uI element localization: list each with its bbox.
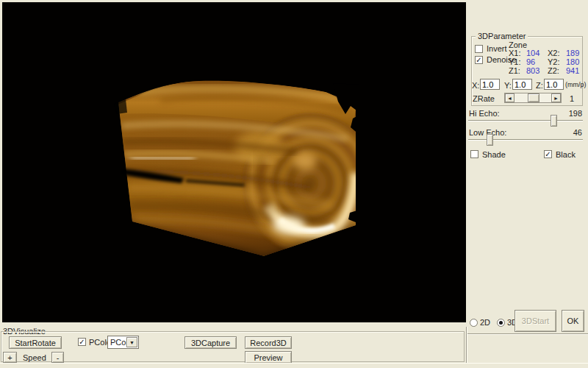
black-label: Black [556,150,576,159]
zone-y2-value: 180 [566,57,579,66]
ok-button[interactable]: OK [562,310,584,332]
zrate-scrollbar[interactable]: ◄ ► [504,93,562,103]
low-echo-slider[interactable] [468,139,583,141]
speed-label: Speed [23,353,46,362]
scroll-left-icon[interactable]: ◄ [505,93,514,102]
scale-z-label: Z: [536,81,543,90]
shade-checkbox[interactable] [470,150,478,158]
check-icon: ✓ [79,339,85,345]
scale-x-input[interactable] [480,79,500,90]
parameter-group-title: 3DParameter [476,32,528,40]
zone-x2-value: 189 [566,49,579,57]
zone-x1-value: 104 [526,49,539,57]
scale-z-input[interactable] [544,79,564,90]
zrate-value: 1 [570,94,574,103]
zone-y1-value: 96 [526,57,535,66]
pcolor-select[interactable]: PColor ▼ [107,336,139,349]
speed-plus-button[interactable]: + [3,352,17,363]
pcolor-checkbox[interactable]: ✓ [78,338,86,346]
visualize-bar: 3DVisualize StartRotate + Speed - ✓ PCol… [0,327,466,368]
scale-x-label: X: [472,81,479,90]
scale-y-input[interactable] [512,79,532,90]
hi-echo-slider[interactable] [468,120,583,121]
dropdown-arrow-icon[interactable]: ▼ [126,337,137,347]
check-icon: ✓ [545,151,551,158]
zrate-scrollbar-thumb[interactable] [528,93,539,102]
record3d-button[interactable]: Record3D [245,336,292,349]
panel-separator [467,333,588,335]
zone-y2-label: Y2: [548,57,560,66]
invert-checkbox[interactable] [475,45,483,53]
volume-render [2,2,466,322]
scale-y-label: Y: [504,81,512,90]
invert-label: Invert [487,44,507,53]
black-checkbox[interactable]: ✓ [544,150,552,158]
low-echo-value: 46 [556,128,582,137]
low-echo-slider-thumb[interactable] [487,134,493,146]
scale-unit-label: (mm/p) [565,81,587,88]
app-window: 3DParameter Invert ✓ Denoise Zone X1: 10… [0,0,588,368]
start-rotate-button[interactable]: StartRotate [9,336,62,349]
render-viewport[interactable] [2,2,466,322]
check-icon: ✓ [476,57,481,63]
hi-echo-slider-thumb[interactable] [551,115,557,127]
hi-echo-label: Hi Echo: [469,109,500,118]
mode-2d-label: 2D [480,318,490,327]
zone-z1-label: Z1: [509,66,520,75]
mode-3d-radio[interactable] [497,319,505,327]
bottom-divider [466,327,467,363]
speed-minus-button[interactable]: - [51,352,64,363]
mode-2d-radio[interactable] [470,319,478,327]
zone-z1-value: 803 [526,66,539,75]
denoise-checkbox[interactable]: ✓ [475,56,483,64]
preview-button[interactable]: Preview [245,351,292,364]
zone-z2-label: Z2: [548,66,559,75]
hi-echo-value: 198 [556,109,582,118]
zone-x2-label: X2: [548,49,560,57]
window-bottom-edge [0,363,588,368]
zone-y1-label: Y1: [509,57,521,66]
parameter-panel: 3DParameter Invert ✓ Denoise Zone X1: 10… [467,0,588,368]
capture3d-button[interactable]: 3DCapture [184,336,237,349]
zone-z2-value: 941 [566,66,579,75]
scroll-right-icon[interactable]: ► [551,93,561,102]
zone-x1-label: X1: [509,49,521,57]
zrate-label: ZRate [473,94,495,103]
start3d-button[interactable]: 3DStart [514,310,556,332]
shade-label: Shade [482,150,506,159]
